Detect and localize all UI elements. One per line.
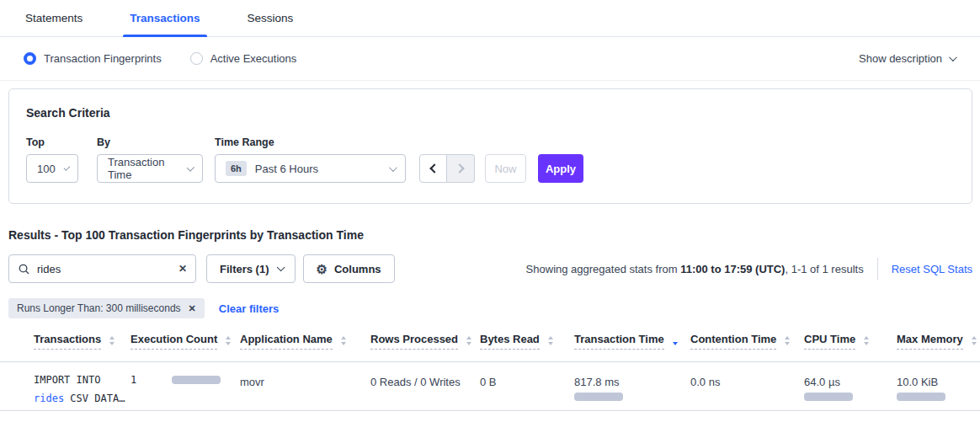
filters-button[interactable]: Filters (1) [206, 254, 296, 283]
results-controls: ✕ Filters (1) ⚙ Columns Showing aggregat… [8, 254, 972, 283]
column-label: Application Name [240, 333, 333, 350]
filter-pill[interactable]: Runs Longer Than: 300 milliseconds ✕ [8, 298, 205, 318]
column-header-contention-time[interactable]: Contention Time [690, 333, 804, 350]
value-bar [897, 393, 945, 401]
search-input[interactable] [37, 263, 171, 275]
chevron-down-icon [949, 53, 957, 61]
cell-contention-time: 0.0 ns [690, 362, 804, 388]
tab-transactions[interactable]: Transactions [128, 0, 201, 36]
transaction-fingerprint-link[interactable]: rides [34, 393, 64, 404]
cell-application-name: movr [240, 362, 370, 388]
page-tabs: Statements Transactions Sessions [0, 0, 980, 37]
results-heading: Results - Top 100 Transaction Fingerprin… [8, 228, 980, 242]
time-range-badge: 6h [226, 161, 247, 176]
sort-icon [548, 336, 553, 345]
sort-icon [466, 336, 471, 345]
column-label: CPU Time [804, 333, 855, 350]
cell-cpu-time: 64.0 µs [804, 362, 897, 401]
radio-unselected-icon [190, 52, 203, 65]
gear-icon: ⚙ [317, 263, 328, 275]
radio-label: Active Executions [210, 52, 297, 65]
now-button[interactable]: Now [485, 154, 526, 183]
show-description-toggle[interactable]: Show description [859, 52, 955, 65]
time-prev-button[interactable] [419, 154, 447, 183]
time-next-button[interactable] [447, 154, 475, 183]
column-header-execution-count[interactable]: Execution Count [130, 333, 240, 350]
apply-button[interactable]: Apply [538, 154, 583, 183]
time-range-select[interactable]: 6h Past 6 Hours [215, 154, 406, 183]
top-label: Top [26, 136, 78, 148]
table-header-row: TransactionsExecution CountApplication N… [0, 333, 980, 362]
sort-icon [109, 336, 115, 345]
radio-transaction-fingerprints[interactable]: Transaction Fingerprints [24, 52, 162, 65]
by-select-value: Transaction Time [108, 156, 178, 181]
column-header-rows-processed[interactable]: Rows Processed [370, 333, 480, 350]
column-header-bytes-read[interactable]: Bytes Read [480, 333, 574, 350]
chevron-down-icon [276, 263, 285, 271]
clear-filters-link[interactable]: Clear filters [219, 302, 280, 315]
column-label: Max Memory [897, 333, 963, 350]
sort-desc-icon [673, 336, 678, 345]
radio-active-executions[interactable]: Active Executions [190, 52, 297, 65]
column-label: Transactions [34, 333, 101, 350]
clear-search-icon[interactable]: ✕ [178, 263, 187, 275]
tab-sessions[interactable]: Sessions [246, 0, 296, 36]
radio-selected-icon [24, 52, 36, 65]
column-label: Transaction Time [574, 333, 664, 350]
show-description-label: Show description [859, 52, 942, 65]
chevron-down-icon [389, 163, 397, 172]
transaction-line1: IMPORT INTO [34, 374, 100, 386]
column-header-transactions[interactable]: Transactions [34, 333, 130, 350]
sort-icon [972, 336, 977, 345]
top-select-value: 100 [37, 163, 56, 175]
chevron-right-icon [455, 163, 464, 173]
sort-icon [226, 336, 231, 345]
filter-pill-label: Runs Longer Than: 300 milliseconds [17, 302, 181, 314]
column-header-transaction-time[interactable]: Transaction Time [574, 333, 690, 350]
cell-max-memory: 10.0 KiB [897, 362, 980, 401]
chevron-down-icon [63, 164, 70, 171]
time-range-label: Time Range [215, 136, 406, 148]
value-bar [804, 393, 853, 401]
by-label: By [97, 136, 203, 148]
divider [877, 258, 878, 280]
chevron-down-icon [187, 163, 194, 171]
chevron-left-icon [429, 163, 439, 173]
columns-label: Columns [334, 263, 381, 275]
table-row: IMPORT INTO rides CSV DATA… 1 movr 0 Rea… [0, 362, 980, 411]
view-toggle-row: Transaction Fingerprints Active Executio… [0, 37, 980, 81]
cell-bytes-read: 0 B [480, 362, 574, 388]
reset-sql-stats-link[interactable]: Reset SQL Stats [892, 263, 972, 275]
transaction-rest: CSV DATA… [64, 393, 125, 404]
column-header-application-name[interactable]: Application Name [240, 333, 370, 350]
transactions-table: TransactionsExecution CountApplication N… [0, 333, 980, 411]
cell-rows-processed: 0 Reads / 0 Writes [370, 362, 480, 388]
active-filters-row: Runs Longer Than: 300 milliseconds ✕ Cle… [8, 298, 980, 318]
aggregated-stats-text: Showing aggregated stats from 11:00 to 1… [526, 263, 864, 275]
cell-execution-count: 1 [130, 362, 240, 386]
top-select[interactable]: 100 [26, 154, 78, 183]
column-header-cpu-time[interactable]: CPU Time [804, 333, 897, 350]
column-label: Bytes Read [480, 333, 540, 350]
search-criteria-card: Search Criteria Top 100 By Transaction T… [8, 88, 972, 204]
sort-icon [341, 336, 346, 345]
radio-label: Transaction Fingerprints [44, 52, 162, 65]
search-box: ✕ [8, 254, 196, 283]
search-icon [19, 264, 29, 275]
value-bar [172, 376, 221, 384]
column-label: Contention Time [690, 333, 776, 350]
cell-transaction: IMPORT INTO rides CSV DATA… [34, 362, 130, 408]
columns-button[interactable]: ⚙ Columns [303, 254, 395, 283]
column-header-max-memory[interactable]: Max Memory [897, 333, 980, 350]
stats-time-range: 11:00 to 17:59 (UTC) [680, 263, 785, 275]
value-bar [574, 393, 623, 401]
cell-transaction-time: 817.8 ms [574, 362, 690, 401]
by-select[interactable]: Transaction Time [97, 154, 203, 183]
time-range-value: Past 6 Hours [255, 163, 318, 175]
sort-icon [864, 336, 869, 345]
search-criteria-title: Search Criteria [26, 106, 955, 120]
column-label: Execution Count [130, 333, 217, 350]
sort-icon [785, 336, 790, 345]
tab-statements[interactable]: Statements [24, 0, 84, 36]
remove-filter-icon[interactable]: ✕ [189, 303, 196, 314]
